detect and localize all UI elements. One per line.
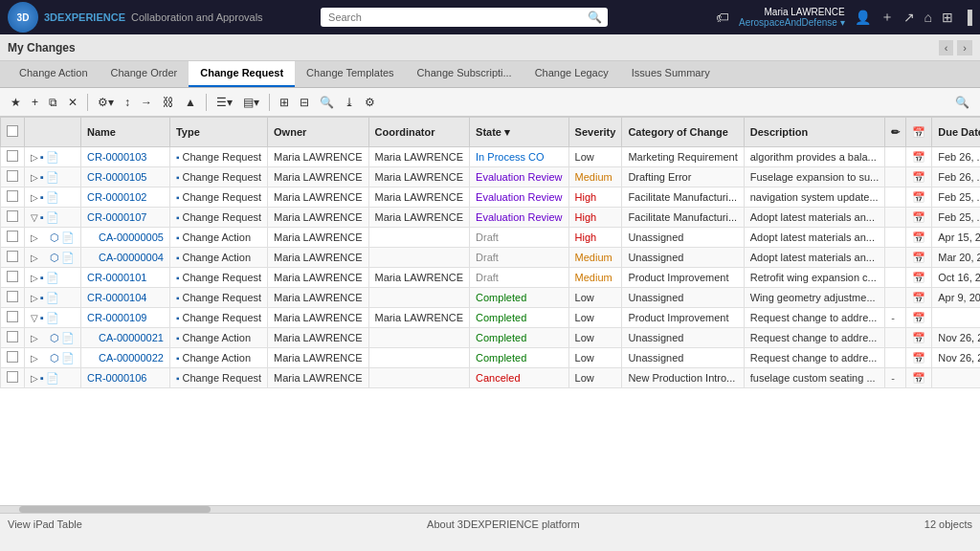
col-header-type[interactable]: Type xyxy=(169,118,267,147)
about-platform[interactable]: About 3DEXPERIENCE platform xyxy=(427,518,580,530)
row-doc-icon: 📄 xyxy=(61,252,75,264)
tab-change-templates[interactable]: Change Templates xyxy=(295,61,406,87)
row-state-cell: Completed xyxy=(470,288,569,308)
toolbar-table-button[interactable]: ⊞ xyxy=(275,93,294,112)
col-header-state[interactable]: State ▾ xyxy=(470,118,569,147)
row-name-link[interactable]: CR-0000106 xyxy=(87,372,146,384)
tab-change-request[interactable]: Change Request xyxy=(189,61,295,87)
row-severity-cell: Medium xyxy=(568,167,622,187)
row-name-link[interactable]: CR-0000109 xyxy=(87,312,146,323)
row-state-cell: Draft xyxy=(470,248,569,268)
row-cal-icon[interactable]: 📅 xyxy=(912,272,925,283)
home-icon[interactable]: ⌂ xyxy=(924,10,932,25)
row-duedate-cell: Mar 20, 2020 xyxy=(932,248,980,268)
row-cal-icon[interactable]: 📅 xyxy=(912,372,925,384)
row-name-link[interactable]: CR-0000105 xyxy=(87,171,146,183)
row-state-text: Completed xyxy=(476,352,526,364)
toolbar-add-button[interactable]: + xyxy=(27,93,43,112)
col-header-severity[interactable]: Severity xyxy=(568,118,622,147)
nav-prev-button[interactable]: ‹ xyxy=(939,40,954,55)
select-all-checkbox[interactable] xyxy=(7,125,18,137)
row-expand-icon[interactable]: ▷ xyxy=(31,172,38,183)
row-cal-icon[interactable]: 📅 xyxy=(912,231,925,243)
view-ipad-link[interactable]: View iPad Table xyxy=(8,518,82,530)
horizontal-scrollbar[interactable] xyxy=(0,505,980,513)
row-owner-cell: Maria LAWRENCE xyxy=(268,288,369,308)
tab-change-subscriptions[interactable]: Change Subscripti... xyxy=(406,61,523,87)
row-category-cell: Marketing Requirement xyxy=(622,147,744,167)
row-name-link[interactable]: CR-0000103 xyxy=(87,151,146,163)
col-header-name[interactable]: Name xyxy=(81,118,170,147)
row-expand-icon[interactable]: ▷ xyxy=(31,293,38,303)
row-cal-icon[interactable]: 📅 xyxy=(912,252,925,263)
toolbar-up-button[interactable]: ▲ xyxy=(180,93,201,112)
share-icon[interactable]: ↗ xyxy=(903,10,915,25)
toolbar-link-button[interactable]: ⛓ xyxy=(158,93,179,112)
toolbar-zoom-button[interactable]: 🔍 xyxy=(950,93,974,112)
row-cal-icon[interactable]: 📅 xyxy=(912,151,925,163)
row-expand-icon[interactable]: ▷ xyxy=(31,152,38,163)
tab-issues-summary[interactable]: Issues Summary xyxy=(620,61,722,87)
toolbar-settings-button[interactable]: ⚙▾ xyxy=(93,93,119,112)
toolbar-more-button[interactable]: ⚙ xyxy=(360,93,380,112)
row-expand-icon[interactable]: ▷ xyxy=(31,253,38,263)
row-name-link[interactable]: CA-00000005 xyxy=(99,231,164,243)
row-type-icon2: ▪ xyxy=(176,212,180,223)
toolbar-search-button[interactable]: 🔍 xyxy=(315,93,339,112)
col-header-description[interactable]: Description xyxy=(744,118,885,147)
row-expand-icon[interactable]: ▽ xyxy=(31,212,38,223)
row-cal-icon[interactable]: 📅 xyxy=(912,352,925,364)
row-expand-cell: ▷ ⬡ 📄 xyxy=(25,348,81,368)
toolbar-filter-button[interactable]: ⊟ xyxy=(295,93,314,112)
row-name-link[interactable]: CR-0000102 xyxy=(87,191,146,203)
user-avatar-icon[interactable]: 👤 xyxy=(855,10,871,25)
grid-icon[interactable]: ⊞ xyxy=(942,10,953,25)
row-name-link[interactable]: CA-00000004 xyxy=(99,252,164,263)
row-cal-icon[interactable]: 📅 xyxy=(912,191,925,203)
row-name-cell: CR-0000101 xyxy=(81,268,170,288)
tab-change-action[interactable]: Change Action xyxy=(8,61,100,87)
add-icon[interactable]: ＋ xyxy=(880,9,894,26)
row-expand-icon[interactable]: ▷ xyxy=(31,192,38,203)
toolbar-new-button[interactable]: ★ xyxy=(6,93,26,112)
row-name-link[interactable]: CA-00000022 xyxy=(99,352,164,364)
user-org[interactable]: AerospaceAndDefense ▾ xyxy=(739,17,845,28)
toolbar-move-button[interactable]: ↕ xyxy=(120,93,135,112)
row-edit-icon[interactable]: - xyxy=(891,372,895,384)
bookmark-icon[interactable]: 🏷 xyxy=(716,10,729,25)
toolbar-arrow-button[interactable]: → xyxy=(136,93,157,112)
tab-change-legacy[interactable]: Change Legacy xyxy=(523,61,620,87)
toolbar-list-button[interactable]: ☰▾ xyxy=(212,93,237,112)
row-edit-icon[interactable]: - xyxy=(891,312,895,323)
row-expand-icon[interactable]: ▽ xyxy=(31,313,38,323)
row-name-link[interactable]: CR-0000107 xyxy=(87,211,146,223)
toolbar-columns-button[interactable]: ▤▾ xyxy=(238,93,264,112)
row-cal-icon[interactable]: 📅 xyxy=(912,171,925,183)
row-name-link[interactable]: CA-00000021 xyxy=(99,332,164,343)
sidebar-toggle-icon[interactable]: ▐ xyxy=(963,10,972,25)
tab-change-order[interactable]: Change Order xyxy=(100,61,189,87)
col-header-owner[interactable]: Owner xyxy=(268,118,369,147)
search-input[interactable] xyxy=(321,8,608,27)
row-cal-icon[interactable]: 📅 xyxy=(912,312,925,323)
row-expand-icon[interactable]: ▷ xyxy=(31,373,38,384)
row-name-link[interactable]: CR-0000104 xyxy=(87,292,146,303)
toolbar-export-button[interactable]: ⤓ xyxy=(340,93,359,112)
widget-title: My Changes xyxy=(8,41,76,55)
row-expand-icon[interactable]: ▷ xyxy=(31,353,38,364)
col-header-duedate[interactable]: Due Date xyxy=(932,118,980,147)
toolbar-copy-button[interactable]: ⧉ xyxy=(44,93,62,112)
row-cal-icon[interactable]: 📅 xyxy=(912,332,925,343)
row-expand-icon[interactable]: ▷ xyxy=(31,232,38,243)
row-expand-icon[interactable]: ▷ xyxy=(31,273,38,283)
nav-next-button[interactable]: › xyxy=(957,40,972,55)
row-name-link[interactable]: CR-0000101 xyxy=(87,272,146,283)
scroll-thumb[interactable] xyxy=(19,506,211,513)
col-header-category[interactable]: Category of Change xyxy=(622,118,744,147)
col-header-coordinator[interactable]: Coordinator xyxy=(368,118,470,147)
row-expand-icon[interactable]: ▷ xyxy=(31,333,38,343)
row-cal-icon[interactable]: 📅 xyxy=(912,292,925,303)
toolbar-delete-button[interactable]: ✕ xyxy=(63,93,82,112)
bottom-bar: View iPad Table About 3DEXPERIENCE platf… xyxy=(0,513,980,534)
row-cal-icon[interactable]: 📅 xyxy=(912,211,925,223)
